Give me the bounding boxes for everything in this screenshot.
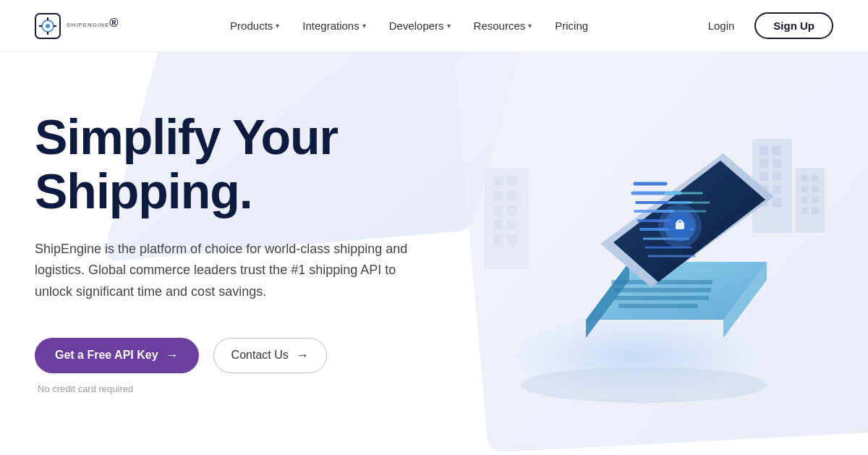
svg-rect-42	[611, 280, 712, 284]
svg-rect-26	[812, 208, 818, 214]
nav-item-developers[interactable]: Developers ▾	[379, 14, 461, 38]
svg-rect-18	[796, 168, 825, 233]
main-nav: Products ▾ Integrations ▾ Developers ▾ R…	[220, 14, 598, 38]
svg-rect-37	[507, 234, 516, 244]
svg-rect-30	[493, 191, 503, 200]
svg-rect-8	[760, 146, 768, 155]
nav-item-pricing[interactable]: Pricing	[545, 14, 598, 38]
svg-rect-13	[773, 172, 781, 181]
logo-icon	[35, 13, 61, 39]
chevron-down-icon: ▾	[276, 22, 279, 30]
svg-rect-19	[801, 175, 808, 182]
svg-rect-43	[613, 288, 711, 292]
building-right-2	[796, 168, 825, 233]
svg-rect-63	[676, 222, 684, 229]
logo-trademark: ®	[109, 16, 119, 30]
hero-title: Simplify Your Shipping.	[35, 110, 454, 218]
svg-rect-29	[507, 177, 516, 186]
svg-rect-33	[507, 205, 516, 215]
svg-point-2	[46, 24, 50, 28]
svg-rect-32	[493, 205, 503, 215]
svg-rect-34	[493, 220, 503, 229]
hero-buttons: Get a Free API Key → Contact Us →	[35, 338, 454, 373]
signup-button[interactable]: Sign Up	[754, 12, 833, 39]
hero-content: Simplify Your Shipping. ShipEngine is th…	[35, 95, 454, 394]
svg-rect-22	[812, 186, 818, 192]
svg-rect-27	[485, 168, 528, 269]
chevron-down-icon: ▾	[362, 22, 366, 30]
svg-rect-23	[801, 197, 808, 203]
chevron-down-icon: ▾	[528, 22, 532, 30]
arrow-right-icon: →	[296, 348, 309, 363]
nav-item-integrations[interactable]: Integrations ▾	[292, 14, 375, 38]
svg-rect-36	[493, 234, 503, 244]
svg-rect-44	[615, 296, 709, 300]
svg-rect-35	[507, 220, 516, 229]
svg-point-64	[521, 367, 767, 403]
svg-rect-20	[812, 175, 818, 182]
svg-rect-31	[507, 191, 516, 200]
svg-rect-25	[801, 208, 808, 214]
building-left	[485, 168, 528, 269]
svg-rect-45	[618, 304, 698, 308]
svg-rect-21	[801, 186, 808, 192]
get-api-key-button[interactable]: Get a Free API Key →	[35, 338, 199, 373]
svg-rect-24	[812, 197, 818, 203]
header: SHIPENGINE® Products ▾ Integrations ▾ De…	[0, 0, 868, 52]
chevron-down-icon: ▾	[447, 22, 451, 30]
svg-rect-9	[773, 146, 781, 155]
svg-rect-11	[773, 159, 781, 168]
header-actions: Login Sign Up	[699, 12, 833, 39]
nav-item-products[interactable]: Products ▾	[220, 14, 289, 38]
logo[interactable]: SHIPENGINE®	[35, 13, 119, 39]
no-credit-card-note: No credit card required	[38, 383, 454, 394]
arrow-right-icon: →	[166, 348, 179, 363]
svg-rect-17	[773, 198, 781, 207]
hero-description: ShipEngine is the platform of choice for…	[35, 239, 411, 303]
hero-illustration	[463, 81, 825, 428]
svg-rect-12	[760, 172, 768, 181]
login-button[interactable]: Login	[699, 14, 744, 38]
main-content: Simplify Your Shipping. ShipEngine is th…	[0, 52, 868, 455]
svg-rect-28	[493, 177, 503, 186]
svg-rect-10	[760, 159, 768, 168]
svg-rect-15	[773, 185, 781, 194]
logo-wordmark: SHIPENGINE®	[67, 16, 119, 36]
contact-us-button[interactable]: Contact Us →	[213, 338, 327, 373]
nav-item-resources[interactable]: Resources ▾	[464, 14, 542, 38]
